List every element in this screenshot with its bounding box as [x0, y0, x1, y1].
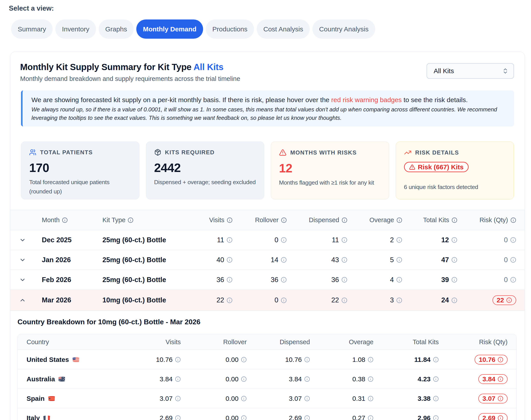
chevrons-up-down-icon [502, 68, 509, 74]
col-label: Visits [209, 216, 224, 224]
stat-label: RISK DETAILS [415, 149, 459, 156]
cell-value: 14 [271, 256, 278, 264]
info-icon[interactable] [451, 277, 457, 283]
country-breakdown-heading: Country Breakdown for 10mg (60-ct.) Bott… [17, 318, 517, 326]
tab-country-analysis[interactable]: Country Analysis [312, 19, 375, 39]
cell-visits: 2.69 [128, 414, 181, 420]
info-icon[interactable] [227, 217, 233, 223]
info-icon[interactable] [175, 415, 181, 420]
row-expander[interactable] [10, 257, 42, 263]
info-icon[interactable] [175, 376, 181, 382]
info-icon[interactable] [227, 297, 233, 303]
info-icon[interactable] [281, 277, 287, 283]
tab-cost-analysis[interactable]: Cost Analysis [257, 19, 310, 39]
tab-summary[interactable]: Summary [11, 19, 53, 39]
info-icon[interactable] [304, 396, 310, 401]
stat-card-risk-details: RISK DETAILS Risk (667) Kits 6 unique ri… [396, 141, 514, 199]
row-expander[interactable] [10, 277, 42, 283]
risk-qty-badge[interactable]: 3.84 [478, 374, 508, 384]
cell-dispensed: 22 [287, 296, 347, 304]
info-icon[interactable] [281, 237, 287, 243]
info-icon[interactable] [451, 237, 457, 243]
risk-qty-badge[interactable]: 10.76 [475, 355, 508, 364]
info-icon[interactable] [241, 376, 247, 382]
risk-kits-badge[interactable]: Risk (667) Kits [404, 162, 469, 172]
info-icon[interactable] [241, 415, 247, 420]
info-icon[interactable] [341, 257, 347, 263]
info-icon[interactable] [506, 297, 512, 303]
info-icon[interactable] [396, 257, 402, 263]
info-icon[interactable] [368, 415, 374, 420]
australia-flag [58, 376, 65, 382]
info-icon[interactable] [304, 415, 310, 420]
cell-visits: 36 [184, 276, 233, 284]
info-icon[interactable] [175, 396, 181, 401]
info-icon[interactable] [227, 277, 233, 283]
kit-type-select[interactable]: All Kits [427, 63, 514, 79]
info-icon[interactable] [433, 396, 439, 401]
info-icon[interactable] [175, 357, 181, 362]
tab-graphs[interactable]: Graphs [99, 19, 134, 39]
info-icon[interactable] [510, 217, 516, 223]
info-icon[interactable] [341, 297, 347, 303]
info-icon[interactable] [498, 376, 503, 382]
cell-visits: 10.76 [128, 356, 181, 363]
chevron-down-icon [19, 277, 26, 283]
info-icon[interactable] [451, 257, 457, 263]
col-label: Total Kits [413, 338, 439, 346]
info-icon[interactable] [241, 396, 247, 401]
row-expander[interactable] [10, 237, 42, 243]
cell-value: 36 [217, 276, 224, 284]
info-icon[interactable] [396, 297, 402, 303]
risk-qty-badge[interactable]: 2.69 [478, 413, 508, 420]
page-title: Monthly Kit Supply Summary for Kit Type … [20, 61, 240, 73]
info-icon[interactable] [433, 357, 439, 362]
info-icon[interactable] [433, 376, 439, 382]
info-banner-line2: We always round up, so if there is a val… [31, 105, 505, 122]
info-icon[interactable] [498, 396, 503, 401]
info-icon[interactable] [510, 237, 516, 243]
risk-qty-badge[interactable]: 3.07 [478, 394, 508, 404]
info-icon[interactable] [281, 297, 287, 303]
risk-qty-badge[interactable]: 22 [493, 295, 516, 305]
info-icon[interactable] [304, 357, 310, 362]
tab-productions[interactable]: Productions [206, 19, 254, 39]
info-icon[interactable] [451, 297, 457, 303]
row-expander[interactable] [10, 297, 42, 303]
info-icon[interactable] [368, 396, 374, 401]
info-icon[interactable] [341, 277, 347, 283]
risk-qty-value: 0 [504, 256, 508, 264]
info-icon[interactable] [368, 376, 374, 382]
info-icon[interactable] [368, 357, 374, 362]
info-icon[interactable] [62, 217, 68, 223]
stat-cards: TOTAL PATIENTS 170 Total forecasted uniq… [21, 141, 514, 199]
cell-value: 0.00 [226, 414, 238, 420]
info-icon[interactable] [510, 257, 516, 263]
col-total-kits: Total Kits [402, 216, 457, 224]
info-icon[interactable] [433, 415, 439, 420]
info-icon[interactable] [342, 217, 347, 223]
info-icon[interactable] [396, 217, 402, 223]
users-icon [29, 149, 36, 156]
cell-country: Spain [27, 395, 128, 402]
info-icon[interactable] [498, 415, 503, 420]
stat-card-header: TOTAL PATIENTS [29, 149, 131, 156]
info-icon[interactable] [498, 357, 503, 362]
info-icon[interactable] [396, 237, 402, 243]
info-icon[interactable] [227, 237, 233, 243]
info-icon[interactable] [341, 237, 347, 243]
tab-monthly-demand[interactable]: Monthly Demand [136, 19, 203, 39]
info-icon[interactable] [281, 257, 287, 263]
info-icon[interactable] [227, 257, 233, 263]
tab-inventory[interactable]: Inventory [55, 19, 96, 39]
info-icon[interactable] [281, 217, 287, 223]
info-icon[interactable] [510, 277, 516, 283]
risk-qty-value: 22 [497, 296, 504, 304]
info-icon[interactable] [396, 277, 402, 283]
country-name: Australia [27, 375, 55, 383]
info-icon[interactable] [452, 217, 457, 223]
info-icon[interactable] [241, 357, 247, 362]
info-icon[interactable] [304, 376, 310, 382]
info-icon[interactable] [128, 217, 133, 223]
cell-kit-type: 25mg (60-ct.) Bottle [102, 276, 184, 284]
